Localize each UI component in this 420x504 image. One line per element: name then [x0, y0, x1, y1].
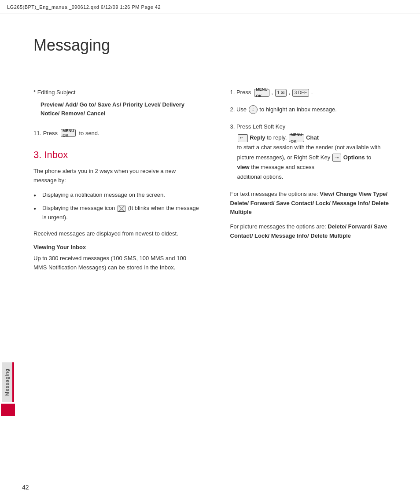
- page-title: Messaging: [33, 36, 396, 55]
- sidebar-accent: [1, 404, 15, 416]
- options-list: Preview/ Add/ Go to/ Save As/ Priority L…: [41, 100, 199, 119]
- bullet-notification: Displaying a notification message on the…: [33, 191, 199, 200]
- sidebar-label: Messaging: [2, 362, 14, 402]
- inbox-heading: 3. Inbox: [33, 149, 199, 161]
- top-bar-text: LG265(BPT)_Eng_manual_090612.qxd 6/12/09…: [7, 4, 161, 10]
- right-item-2: 2. Use ↕ to highlight an inbox message.: [230, 105, 396, 114]
- item2-use: 2. Use: [230, 106, 248, 113]
- text-options-intro-text: For text messages the options are:: [230, 191, 318, 197]
- editing-subject-section: * Editing Subject Preview/ Add/ Go to/ S…: [33, 88, 199, 118]
- bullet-message-icon-text: Displaying the message icon (It blinks w…: [42, 205, 199, 221]
- left-column: * Editing Subject Preview/ Add/ Go to/ S…: [33, 88, 204, 460]
- main-content: Messaging * Editing Subject Preview/ Add…: [16, 14, 420, 504]
- menu-ok-key-1: MENUOK: [254, 89, 269, 97]
- menu-ok-key-chat: MENUOK: [289, 134, 304, 142]
- item3-line1: 3. Press Left Soft Key: [230, 122, 286, 132]
- chat-label: Chat: [306, 134, 319, 141]
- item2-content: 2. Use ↕ to highlight an inbox message.: [230, 105, 337, 114]
- viewing-body: Up to 300 received messages (100 SMS, 10…: [33, 254, 199, 272]
- editing-subject-label: * Editing Subject: [33, 88, 199, 97]
- viewing-heading: Viewing Your Inbox: [33, 244, 199, 250]
- text-options-intro: For text messages the options are: View/…: [230, 190, 396, 217]
- item1-sep1: ,: [271, 89, 274, 96]
- inbox-intro: The phone alerts you in 2 ways when you …: [33, 167, 199, 185]
- nav-key: ↕: [249, 105, 258, 114]
- press-send-text: to send.: [79, 130, 99, 136]
- options-label: Options: [343, 154, 365, 161]
- key-3def: 3 DEF: [292, 89, 309, 97]
- item1-sep3: .: [311, 89, 313, 96]
- bullet-message-icon: Displaying the message icon (It blinks w…: [33, 204, 199, 222]
- page-number: 42: [22, 484, 29, 491]
- right-column: 1. Press MENUOK , 1 ✉ , 3 DEF .: [226, 88, 396, 460]
- menu-ok-key-send: MENUOK: [61, 129, 76, 137]
- item3-prefix: 3. Press Left Soft Key: [230, 123, 286, 130]
- pic-options-block: For picture messages the options are: De…: [230, 222, 396, 241]
- item2-suffix: to highlight an inbox message.: [259, 106, 337, 113]
- top-bar: LG265(BPT)_Eng_manual_090612.qxd 6/12/09…: [0, 0, 420, 14]
- press-send-line: 11. Press MENUOK to send.: [33, 129, 199, 137]
- reply-suffix: to reply,: [267, 134, 288, 141]
- item1-content: MENUOK , 1 ✉ , 3 DEF .: [254, 88, 313, 97]
- reply-label: Reply: [250, 134, 265, 141]
- envelope-icon: [118, 206, 125, 212]
- key-1: 1 ✉: [275, 89, 287, 97]
- right-item-3: 3. Press Left Soft Key ↩– Reply to reply…: [230, 122, 396, 182]
- received-text: Received messages are displayed from new…: [33, 229, 199, 239]
- item1-number: 1. Press: [230, 88, 251, 97]
- inbox-bullet-list: Displaying a notification message on the…: [33, 191, 199, 222]
- pic-options-intro-text: For picture messages the options are:: [230, 223, 326, 230]
- item1-sep2: ,: [289, 89, 292, 96]
- right-soft-key: –▪: [332, 154, 341, 162]
- sidebar: Messaging: [0, 14, 16, 504]
- reply-soft-key: ↩–: [238, 134, 248, 142]
- right-item-1: 1. Press MENUOK , 1 ✉ , 3 DEF .: [230, 88, 396, 97]
- item3-details: ↩– Reply to reply, MENUOK Chat to start …: [230, 133, 396, 181]
- bullet-notification-text: Displaying a notification message on the…: [42, 191, 165, 198]
- press-send-num: 11. Press: [33, 130, 58, 136]
